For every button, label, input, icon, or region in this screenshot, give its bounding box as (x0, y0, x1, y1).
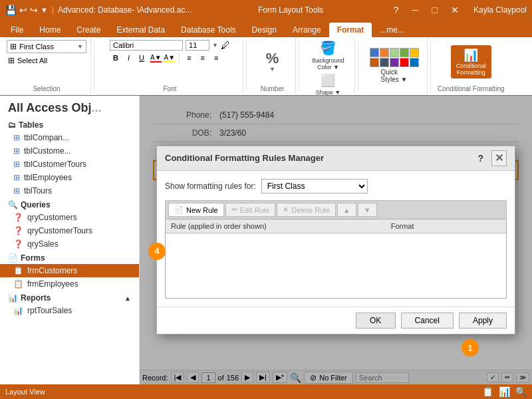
conditional-formatting-button[interactable]: 📊 ConditionalFormatting (451, 45, 491, 78)
sidebar-item-qrysales[interactable]: ❓ qrySales (0, 237, 139, 251)
queries-icon: 🔍 (8, 200, 18, 209)
sidebar-item-tblcustome[interactable]: ⊞ tblCustome... (0, 144, 139, 158)
status-icon-2[interactable]: 📊 (499, 386, 510, 397)
maximize-icon[interactable]: □ (428, 3, 441, 17)
reports-collapse-button[interactable]: ▲ (124, 295, 131, 302)
modal-title-buttons: ? ✕ (473, 150, 507, 166)
sidebar-section-tables: 🗂 Tables (0, 118, 139, 131)
sidebar-item-qrycustomertours[interactable]: ❓ qryCustomerTours (0, 224, 139, 237)
shape-button[interactable]: ⬜ Shape ▼ (316, 73, 340, 96)
item-label: qryCustomerTours (27, 226, 92, 235)
window-controls: ? ─ □ ✕ Kayla Claypool (390, 3, 527, 17)
font-size-input[interactable] (186, 40, 209, 51)
modal-help-button[interactable]: ? (473, 153, 487, 164)
modal-close-button[interactable]: ✕ (491, 150, 507, 166)
highlight-color-button[interactable]: A▼ (164, 54, 176, 63)
quick-styles-button[interactable]: QuickStyles ▼ (367, 47, 422, 84)
item-label: rptTourSales (27, 306, 72, 315)
reports-label: Reports (21, 293, 51, 303)
apply-button[interactable]: Apply (459, 313, 507, 329)
sidebar-item-tblemployees[interactable]: ⊞ tblEmployees (0, 171, 139, 184)
sidebar-item-tblcustomertours[interactable]: ⊞ tblCustomerTours (0, 158, 139, 171)
field-dropdown-arrow[interactable]: ▼ (77, 43, 83, 50)
delete-rule-button[interactable]: ✕ Delete Rule (277, 203, 335, 217)
italic-button[interactable]: I (124, 53, 133, 63)
align-right-button[interactable]: ≡ (211, 53, 221, 63)
select-all-button[interactable]: ⊞ Select All (7, 55, 49, 66)
ribbon: ⊞ First Class ▼ ⊞ Select All Selection ▼… (0, 37, 532, 96)
item-label: frmCustomers (27, 266, 77, 275)
modal-title: Conditional Formatting Rules Manager (165, 153, 324, 163)
tab-design[interactable]: Design (244, 23, 285, 37)
shape-label: Shape ▼ (316, 89, 340, 96)
sidebar-item-frmemployees[interactable]: 📋 frmEmployees (0, 277, 139, 291)
help-icon[interactable]: ? (390, 3, 403, 17)
font-name-input[interactable] (110, 40, 183, 51)
tab-create[interactable]: Create (68, 23, 108, 37)
font-color-button[interactable]: A▼ (150, 54, 162, 63)
table-icon: ⊞ (13, 133, 20, 142)
new-rule-icon: 📄 (174, 205, 184, 214)
background-color-button[interactable]: 🪣 BackgroundColor ▼ (312, 40, 344, 70)
ribbon-group-font: ▼ 🖊 B I U A▼ A▼ ≡ ≡ ≡ Font (97, 39, 243, 94)
font-row2: B I U A▼ A▼ ≡ ≡ ≡ (110, 53, 221, 63)
customize-icon[interactable]: ▼ (41, 6, 48, 14)
queries-label: Queries (21, 200, 51, 209)
cancel-button[interactable]: Cancel (401, 313, 454, 329)
modal-toolbar: 📄 New Rule ✏ Edit Rule ✕ Delete Rule (165, 200, 507, 219)
close-icon[interactable]: ✕ (447, 3, 463, 17)
qs-cell-3 (390, 48, 399, 57)
cond-format-row: 📊 ConditionalFormatting (451, 45, 491, 78)
tab-database-tools[interactable]: Database Tools (173, 23, 244, 37)
tab-more[interactable]: ...me... (372, 23, 412, 37)
redo-icon[interactable]: ↪ (30, 5, 38, 15)
tables-icon: 🗂 (8, 120, 16, 130)
bold-button[interactable]: B (110, 53, 122, 63)
save-icon[interactable]: 💾 (5, 5, 17, 15)
font-group-label: Font (163, 84, 176, 92)
item-label: tblCompan... (24, 133, 69, 142)
undo-icon[interactable]: ↩ (19, 5, 27, 15)
tab-file[interactable]: File (3, 23, 31, 37)
tab-home[interactable]: Home (31, 23, 68, 37)
qs-cell-6 (370, 58, 379, 67)
status-icon-3[interactable]: 🔍 (515, 386, 527, 397)
move-down-button[interactable]: ▼ (358, 203, 377, 217)
sidebar-item-frmcustomers[interactable]: 📋 frmCustomers (0, 264, 139, 277)
number-format-button[interactable]: % ▼ (263, 49, 282, 75)
sidebar-item-tbltours[interactable]: ⊞ tblTours (0, 184, 139, 198)
new-rule-button[interactable]: 📄 New Rule (168, 203, 224, 217)
tab-format[interactable]: Format (329, 23, 372, 37)
forms-label: Forms (21, 253, 45, 263)
item-label: tblEmployees (24, 173, 72, 182)
tab-external-data[interactable]: External Data (108, 23, 173, 37)
format-column-header: Format (391, 222, 501, 230)
background-icon: 🪣 (320, 40, 336, 56)
show-rules-dropdown[interactable]: First Class (261, 179, 368, 194)
sidebar-item-tblcompan[interactable]: ⊞ tblCompan... (0, 131, 139, 144)
minimize-icon[interactable]: ─ (408, 3, 423, 17)
edit-rule-button[interactable]: ✏ Edit Rule (225, 203, 276, 217)
align-center-button[interactable]: ≡ (198, 53, 208, 63)
modal-rules-table: Rule (applied in order shown) Format (165, 219, 507, 299)
field-selector[interactable]: ⊞ First Class ▼ (7, 40, 86, 53)
font-size-dropdown-arrow[interactable]: ▼ (212, 42, 218, 49)
status-icon-1[interactable]: 📋 (482, 386, 493, 397)
ribbon-group-number: % ▼ Number (249, 39, 296, 94)
ribbon-tabs: File Home Create External Data Database … (0, 20, 532, 37)
query-icon: ❓ (13, 239, 23, 249)
align-left-button[interactable]: ≡ (184, 53, 194, 63)
new-rule-label: New Rule (186, 206, 218, 214)
modal-title-bar: Conditional Formatting Rules Manager ? ✕ (157, 146, 515, 171)
underline-button[interactable]: U (136, 53, 148, 63)
sidebar-item-rptttoursales[interactable]: 📊 rptTourSales (0, 304, 139, 317)
tab-arrange[interactable]: Arrange (285, 23, 329, 37)
sidebar-item-qrycustomers[interactable]: ❓ qryCustomers (0, 211, 139, 224)
number-dropdown-arrow[interactable]: ▼ (269, 66, 275, 72)
move-up-button[interactable]: ▲ (337, 203, 356, 217)
ok-button[interactable]: OK (356, 313, 396, 329)
table-icon: ⊞ (13, 146, 20, 156)
clear-format-icon[interactable]: 🖊 (221, 40, 230, 51)
table-icon: ⊞ (13, 186, 20, 196)
rule-column-header: Rule (applied in order shown) (171, 222, 391, 230)
